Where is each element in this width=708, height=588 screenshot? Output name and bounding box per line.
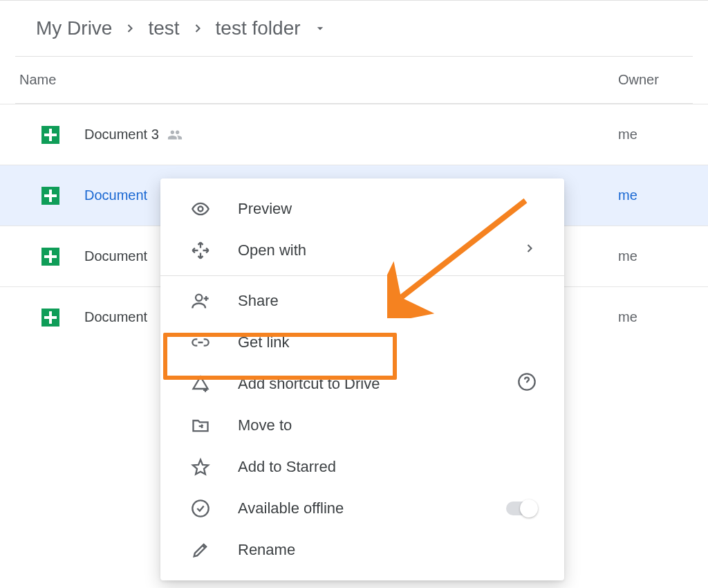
sheets-icon bbox=[41, 248, 59, 266]
menu-available-offline[interactable]: Available offline bbox=[160, 488, 564, 529]
file-owner: me bbox=[618, 127, 708, 143]
help-icon[interactable] bbox=[517, 372, 537, 396]
file-row[interactable]: Document 3 me bbox=[0, 104, 708, 165]
file-name: Document 3 bbox=[84, 127, 618, 143]
menu-preview[interactable]: Preview bbox=[160, 188, 564, 230]
menu-label: Add to Starred bbox=[238, 458, 336, 476]
sheets-icon bbox=[41, 187, 59, 205]
menu-get-link[interactable]: Get link bbox=[160, 322, 564, 363]
breadcrumb-leaf[interactable]: test folder bbox=[209, 13, 308, 44]
menu-label: Available offline bbox=[238, 499, 344, 517]
menu-rename[interactable]: Rename bbox=[160, 529, 564, 571]
chevron-right-icon bbox=[523, 241, 537, 259]
menu-add-starred[interactable]: Add to Starred bbox=[160, 446, 564, 488]
column-header-name[interactable]: Name bbox=[19, 72, 618, 88]
dropdown-icon[interactable] bbox=[313, 21, 327, 35]
move-icon bbox=[191, 241, 210, 260]
sheets-icon bbox=[41, 309, 59, 327]
menu-move-to[interactable]: Move to bbox=[160, 405, 564, 446]
file-owner: me bbox=[618, 187, 708, 203]
column-header-owner[interactable]: Owner bbox=[618, 72, 708, 88]
menu-label: Share bbox=[238, 292, 279, 310]
toggle-off[interactable] bbox=[506, 502, 537, 515]
star-icon bbox=[191, 457, 210, 477]
menu-add-shortcut[interactable]: Add shortcut to Drive bbox=[160, 363, 564, 405]
shared-icon bbox=[167, 127, 183, 143]
drive-shortcut-icon bbox=[191, 374, 210, 394]
chevron-right-icon bbox=[123, 21, 137, 35]
breadcrumb: My Drive test test folder bbox=[0, 1, 708, 56]
svg-point-1 bbox=[196, 295, 202, 301]
chevron-right-icon bbox=[191, 21, 205, 35]
menu-label: Open with bbox=[238, 241, 306, 259]
menu-label: Preview bbox=[238, 200, 292, 218]
person-add-icon bbox=[191, 291, 210, 311]
svg-point-0 bbox=[198, 207, 203, 212]
menu-label: Move to bbox=[238, 416, 292, 434]
breadcrumb-mid[interactable]: test bbox=[141, 13, 186, 44]
offline-icon bbox=[191, 499, 210, 518]
pencil-icon bbox=[191, 540, 210, 560]
svg-point-3 bbox=[192, 500, 208, 516]
sheets-icon bbox=[41, 126, 59, 144]
file-owner: me bbox=[618, 248, 708, 264]
menu-label: Add shortcut to Drive bbox=[238, 375, 380, 393]
breadcrumb-root[interactable]: My Drive bbox=[29, 13, 119, 44]
folder-move-icon bbox=[191, 416, 210, 435]
menu-share[interactable]: Share bbox=[160, 280, 564, 322]
menu-open-with[interactable]: Open with bbox=[160, 230, 564, 271]
eye-icon bbox=[191, 199, 210, 219]
context-menu: Preview Open with Share Get link Add sho… bbox=[160, 178, 564, 580]
link-icon bbox=[191, 333, 210, 352]
menu-label: Rename bbox=[238, 541, 295, 559]
column-header-row: Name Owner bbox=[0, 57, 708, 103]
menu-label: Get link bbox=[238, 333, 290, 351]
file-owner: me bbox=[618, 309, 708, 325]
